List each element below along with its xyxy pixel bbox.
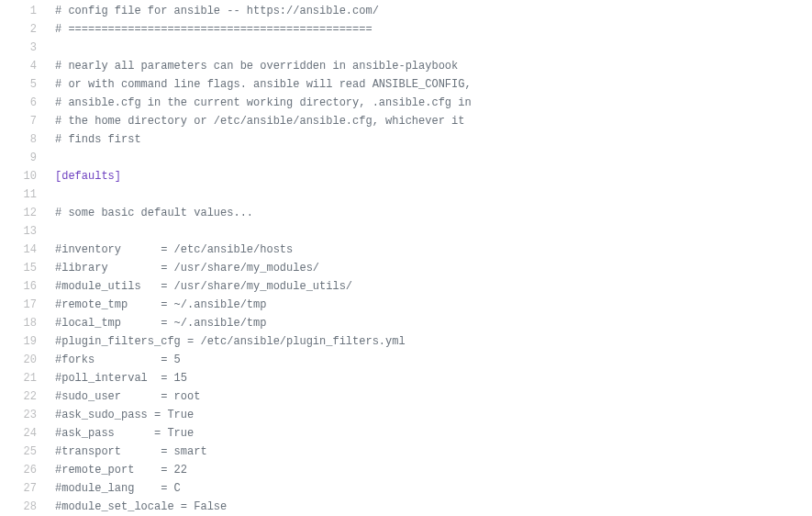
- code-viewer: 1# config file for ansible -- https://an…: [0, 0, 812, 516]
- line-number: 7: [0, 112, 46, 130]
- line-number: 4: [0, 57, 46, 75]
- code-line: 19#plugin_filters_cfg = /etc/ansible/plu…: [0, 332, 812, 351]
- line-content: #module_set_locale = False: [46, 498, 812, 516]
- code-line: 2# =====================================…: [0, 20, 812, 39]
- code-line: 16#module_utils = /usr/share/my_module_u…: [0, 277, 812, 296]
- line-number: 15: [0, 259, 46, 277]
- comment-text: #forks = 5: [55, 353, 181, 366]
- line-content: #local_tmp = ~/.ansible/tmp: [46, 314, 812, 332]
- code-line: 4# nearly all parameters can be overridd…: [0, 57, 812, 75]
- line-content: # ======================================…: [46, 20, 812, 39]
- comment-text: #ask_pass = True: [55, 427, 194, 440]
- line-number: 13: [0, 222, 46, 241]
- line-content: #remote_port = 22: [46, 461, 812, 479]
- code-line: 10[defaults]: [0, 167, 812, 185]
- code-line: 14#inventory = /etc/ansible/hosts: [0, 241, 812, 259]
- line-number: 17: [0, 296, 46, 314]
- line-number: 28: [0, 498, 46, 516]
- line-content: # or with command line flags. ansible wi…: [46, 75, 812, 94]
- comment-text: # some basic default values...: [55, 207, 253, 219]
- line-number: 9: [0, 149, 46, 167]
- line-content: #module_lang = C: [46, 479, 812, 498]
- line-number: 18: [0, 314, 46, 332]
- comment-text: #transport = smart: [55, 445, 207, 458]
- comment-text: #module_set_locale = False: [55, 500, 227, 513]
- line-number: 20: [0, 351, 46, 369]
- line-content: # nearly all parameters can be overridde…: [46, 57, 812, 75]
- line-content: #plugin_filters_cfg = /etc/ansible/plugi…: [46, 332, 812, 351]
- code-line: 22#sudo_user = root: [0, 387, 812, 406]
- line-content: [defaults]: [46, 167, 812, 185]
- line-content: [46, 149, 812, 167]
- comment-text: #poll_interval = 15: [55, 372, 187, 385]
- line-number: 27: [0, 479, 46, 498]
- line-number: 6: [0, 94, 46, 112]
- comment-text: #ask_sudo_pass = True: [55, 409, 194, 421]
- line-content: #poll_interval = 15: [46, 369, 812, 387]
- line-content: [46, 185, 812, 204]
- comment-text: #module_lang = C: [55, 482, 181, 495]
- code-line: 28#module_set_locale = False: [0, 498, 812, 516]
- line-content: # ansible.cfg in the current working dir…: [46, 94, 812, 112]
- line-content: # config file for ansible -- https://ans…: [46, 2, 812, 20]
- code-line: 8# finds first: [0, 130, 812, 149]
- comment-text: #remote_tmp = ~/.ansible/tmp: [55, 298, 266, 311]
- code-line: 6# ansible.cfg in the current working di…: [0, 94, 812, 112]
- comment-text: #remote_port = 22: [55, 464, 187, 477]
- line-content: #library = /usr/share/my_modules/: [46, 259, 812, 277]
- code-line: 15#library = /usr/share/my_modules/: [0, 259, 812, 277]
- code-line: 21#poll_interval = 15: [0, 369, 812, 387]
- comment-text: # ansible.cfg in the current working dir…: [55, 96, 472, 109]
- code-line: 5# or with command line flags. ansible w…: [0, 75, 812, 94]
- line-content: #transport = smart: [46, 443, 812, 461]
- code-line: 27#module_lang = C: [0, 479, 812, 498]
- code-line: 26#remote_port = 22: [0, 461, 812, 479]
- line-content: #remote_tmp = ~/.ansible/tmp: [46, 296, 812, 314]
- code-line: 25#transport = smart: [0, 443, 812, 461]
- code-line: 7# the home directory or /etc/ansible/an…: [0, 112, 812, 130]
- code-line: 12# some basic default values...: [0, 204, 812, 222]
- comment-text: #library = /usr/share/my_modules/: [55, 262, 319, 275]
- comment-text: # finds first: [55, 133, 141, 146]
- line-number: 22: [0, 387, 46, 406]
- code-line: 11: [0, 185, 812, 204]
- line-number: 23: [0, 406, 46, 424]
- line-number: 12: [0, 204, 46, 222]
- line-number: 25: [0, 443, 46, 461]
- comment-text: #sudo_user = root: [55, 390, 200, 403]
- line-number: 11: [0, 185, 46, 204]
- code-line: 20#forks = 5: [0, 351, 812, 369]
- line-number: 19: [0, 332, 46, 351]
- code-line: 9: [0, 149, 812, 167]
- line-content: # some basic default values...: [46, 204, 812, 222]
- line-content: #ask_sudo_pass = True: [46, 406, 812, 424]
- code-line: 13: [0, 222, 812, 241]
- line-number: 16: [0, 277, 46, 296]
- line-number: 24: [0, 424, 46, 443]
- ini-section: [defaults]: [55, 170, 121, 183]
- line-content: # the home directory or /etc/ansible/ans…: [46, 112, 812, 130]
- line-number: 2: [0, 20, 46, 39]
- comment-text: #module_utils = /usr/share/my_module_uti…: [55, 280, 352, 293]
- line-content: # finds first: [46, 130, 812, 149]
- line-number: 14: [0, 241, 46, 259]
- line-number: 1: [0, 2, 46, 20]
- comment-text: # the home directory or /etc/ansible/ans…: [55, 115, 464, 128]
- comment-text: # or with command line flags. ansible wi…: [55, 78, 472, 91]
- line-content: #module_utils = /usr/share/my_module_uti…: [46, 277, 812, 296]
- comment-text: # config file for ansible -- https://ans…: [55, 5, 379, 17]
- comment-text: # nearly all parameters can be overridde…: [55, 60, 458, 73]
- comment-text: #inventory = /etc/ansible/hosts: [55, 243, 293, 256]
- line-number: 8: [0, 130, 46, 149]
- line-content: [46, 222, 812, 241]
- code-block: 1# config file for ansible -- https://an…: [0, 2, 812, 516]
- code-line: 23#ask_sudo_pass = True: [0, 406, 812, 424]
- code-line: 3: [0, 39, 812, 57]
- comment-text: #local_tmp = ~/.ansible/tmp: [55, 317, 266, 330]
- line-number: 10: [0, 167, 46, 185]
- line-content: [46, 39, 812, 57]
- line-content: #ask_pass = True: [46, 424, 812, 443]
- code-line: 17#remote_tmp = ~/.ansible/tmp: [0, 296, 812, 314]
- code-line: 18#local_tmp = ~/.ansible/tmp: [0, 314, 812, 332]
- line-content: #inventory = /etc/ansible/hosts: [46, 241, 812, 259]
